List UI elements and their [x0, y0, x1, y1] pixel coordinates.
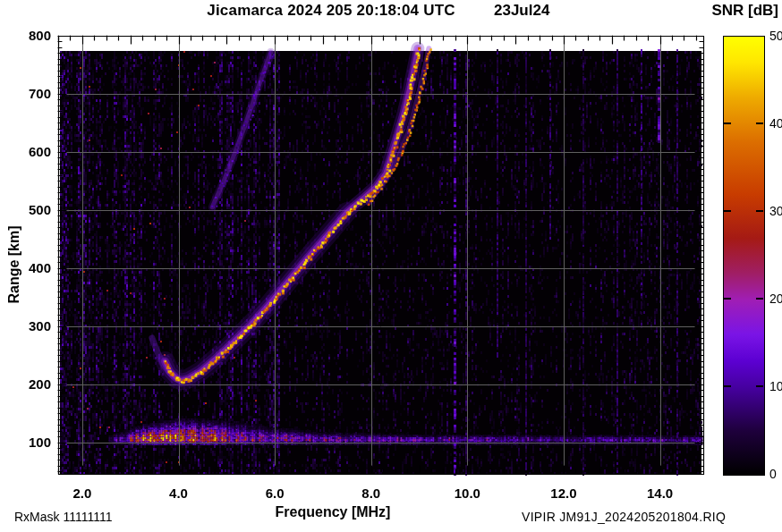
- colorbar-tick-label: 50: [769, 29, 782, 43]
- colorbar-tick-label: 30: [769, 204, 782, 218]
- plot-title: Jicamarca 2024 205 20:18:04 UTC: [107, 2, 555, 20]
- rx-mask-label: RxMask 11111111: [14, 510, 112, 524]
- ionogram-page: Jicamarca 2024 205 20:18:04 UTC 23Jul24 …: [0, 0, 782, 532]
- x-tick-label: 4.0: [159, 486, 199, 501]
- x-tick-label: 6.0: [255, 486, 294, 501]
- x-tick-label: 14.0: [641, 486, 680, 501]
- x-tick-label: 12.0: [544, 486, 583, 501]
- y-tick-label: 200: [15, 376, 51, 392]
- colorbar-tick: [756, 385, 763, 387]
- plot-date: 23Jul24: [494, 2, 549, 20]
- colorbar-tick: [724, 210, 731, 212]
- y-tick-label: 600: [15, 144, 51, 159]
- colorbar-tick: [756, 122, 763, 124]
- colorbar-tick: [756, 210, 763, 212]
- colorbar-tick-label: 10: [769, 379, 782, 393]
- y-tick-label: 800: [15, 28, 51, 43]
- colorbar-title: SNR [dB]: [626, 2, 778, 20]
- x-axis-label: Frequency [MHz]: [243, 504, 422, 520]
- y-tick-label: 700: [15, 86, 51, 101]
- colorbar-tick-label: 20: [769, 291, 782, 306]
- y-tick-label: 500: [15, 202, 51, 217]
- y-tick-label: 300: [15, 318, 51, 334]
- y-tick-label: 100: [15, 435, 51, 450]
- colorbar-tick-label: 40: [769, 116, 782, 131]
- colorbar-tick: [724, 298, 731, 300]
- file-name-label: VIPIR JM91J_2024205201804.RIQ: [522, 510, 726, 524]
- colorbar-tick: [756, 298, 763, 300]
- x-tick-label: 10.0: [447, 486, 487, 501]
- x-tick-label: 2.0: [63, 486, 102, 501]
- x-tick-label: 8.0: [352, 486, 391, 501]
- ionogram-canvas: [0, 0, 782, 532]
- y-tick-label: 400: [15, 260, 51, 275]
- colorbar-tick-label: 0: [769, 467, 777, 481]
- colorbar-gradient: [723, 36, 765, 476]
- colorbar-tick: [724, 122, 731, 124]
- colorbar-tick: [724, 385, 731, 387]
